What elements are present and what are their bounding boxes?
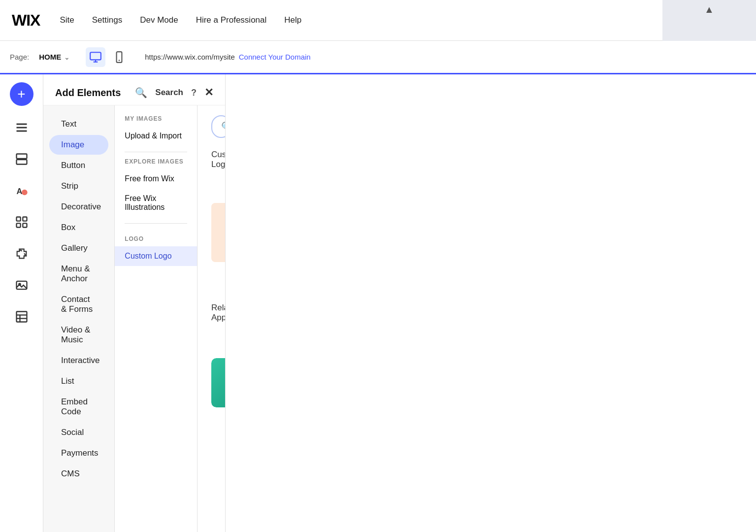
- custom-logo-item[interactable]: Custom Logo: [115, 246, 197, 266]
- search-bar-icon: 🔍: [221, 121, 225, 132]
- free-wix-illustrations-item[interactable]: Free Wix Illustrations: [115, 189, 197, 217]
- upload-import-item[interactable]: Upload & Import: [115, 126, 197, 146]
- category-list[interactable]: List: [49, 371, 108, 391]
- element-category-list: Text Image Button Strip Decorative Box G…: [43, 105, 115, 532]
- nav-hire[interactable]: Hire a Professional: [196, 15, 267, 25]
- svg-rect-0: [90, 52, 101, 60]
- svg-point-11: [22, 190, 28, 196]
- category-menu-anchor[interactable]: Menu & Anchor: [49, 259, 108, 289]
- top-nav: WIX Site Settings Dev Mode Hire a Profes…: [0, 0, 756, 41]
- apps-button[interactable]: [8, 208, 35, 236]
- puzzle-button[interactable]: [8, 240, 35, 267]
- help-button[interactable]: ?: [191, 88, 197, 98]
- category-box[interactable]: Box: [49, 218, 108, 237]
- svg-rect-12: [16, 217, 20, 221]
- wix-logo: WIX: [12, 11, 40, 30]
- search-icon[interactable]: 🔍: [135, 87, 147, 99]
- chevron-down-icon: ⌄: [64, 53, 70, 61]
- search-button[interactable]: Search: [155, 88, 183, 98]
- panel-header: Add Elements 🔍 Search ? ✕: [43, 74, 225, 105]
- divider-1: [125, 152, 187, 152]
- url-bar: https://www.wix.com/mysite Connect Your …: [145, 53, 310, 61]
- divider-2: [125, 223, 187, 224]
- category-button[interactable]: Button: [49, 156, 108, 175]
- svg-rect-8: [16, 154, 27, 159]
- magic-wand-icon: 🪄: [225, 372, 226, 393]
- svg-rect-13: [23, 217, 27, 221]
- sidebar-icons: + A: [0, 74, 43, 532]
- logo-thumbnail: ✿ LOGO: [211, 203, 225, 262]
- page-dropdown[interactable]: HOME ⌄: [39, 53, 70, 61]
- svg-rect-15: [23, 223, 27, 227]
- nav-site[interactable]: Site: [60, 15, 74, 25]
- add-elements-button[interactable]: +: [10, 82, 33, 106]
- svg-text:A: A: [16, 187, 22, 196]
- mobile-view-button[interactable]: [109, 47, 129, 67]
- category-gallery[interactable]: Gallery: [49, 238, 108, 258]
- desktop-view-button[interactable]: [86, 47, 105, 67]
- main-layout: + A: [0, 74, 756, 532]
- category-text[interactable]: Text: [49, 114, 108, 134]
- my-images-label: MY IMAGES: [115, 115, 197, 126]
- category-embed-code[interactable]: Embed Code: [49, 392, 108, 422]
- nav-settings[interactable]: Settings: [92, 15, 122, 25]
- category-cms[interactable]: CMS: [49, 464, 108, 484]
- hamburger-menu-button[interactable]: [8, 114, 35, 141]
- nav-devmode[interactable]: Dev Mode: [140, 15, 178, 25]
- panel-title: Add Elements: [55, 87, 121, 99]
- category-decorative[interactable]: Decorative: [49, 197, 108, 217]
- right-detail-panel: 🔍 Custom Logo i ✿ LOGO Add Logo Make you: [197, 105, 225, 532]
- logo-label: LOGO: [115, 230, 197, 246]
- text-theme-button[interactable]: A: [8, 177, 35, 204]
- custom-logo-title: Custom Logo: [211, 150, 225, 169]
- columns-area: Text Image Button Strip Decorative Box G…: [43, 105, 225, 532]
- second-bar: Page: HOME ⌄ https://www.wix.com/mysite …: [0, 41, 756, 74]
- svg-rect-18: [16, 312, 27, 322]
- close-button[interactable]: ✕: [204, 86, 213, 99]
- related-apps-title-text: Related Apps: [211, 303, 225, 323]
- app-thumb-inner: 🪄: [211, 358, 225, 407]
- media-button[interactable]: [8, 271, 35, 299]
- add-elements-panel: Add Elements 🔍 Search ? ✕ Text Image But…: [43, 74, 226, 532]
- svg-rect-9: [16, 160, 27, 164]
- nav-items: Site Settings Dev Mode Hire a Profession…: [60, 15, 301, 25]
- free-from-wix-item[interactable]: Free from Wix: [115, 169, 197, 189]
- connect-domain-link[interactable]: Connect Your Domain: [239, 53, 311, 61]
- category-interactive[interactable]: Interactive: [49, 351, 108, 370]
- device-icons: [86, 47, 129, 67]
- table-button[interactable]: [8, 303, 35, 331]
- svg-rect-14: [16, 223, 20, 227]
- rollover-app-thumbnail: 🪄: [211, 358, 225, 407]
- site-url: https://www.wix.com/mysite: [145, 53, 235, 61]
- image-search-bar[interactable]: 🔍: [211, 115, 225, 138]
- panel-header-right: 🔍 Search ? ✕: [135, 86, 213, 99]
- page-name: HOME: [39, 53, 61, 61]
- page-label: Page:: [10, 53, 29, 61]
- nav-top-right-panel[interactable]: ▲: [662, 0, 756, 41]
- category-strip[interactable]: Strip: [49, 176, 108, 196]
- category-video-music[interactable]: Video & Music: [49, 320, 108, 350]
- category-social[interactable]: Social: [49, 423, 108, 442]
- category-contact-forms[interactable]: Contact & Forms: [49, 290, 108, 319]
- sections-button[interactable]: [8, 145, 35, 173]
- chevron-up-icon: ▲: [704, 4, 714, 15]
- category-payments[interactable]: Payments: [49, 443, 108, 463]
- category-image[interactable]: Image: [49, 135, 108, 155]
- image-subcategory-panel: MY IMAGES Upload & Import EXPLORE IMAGES…: [115, 105, 197, 532]
- nav-help[interactable]: Help: [284, 15, 301, 25]
- explore-images-label: EXPLORE IMAGES: [115, 158, 197, 169]
